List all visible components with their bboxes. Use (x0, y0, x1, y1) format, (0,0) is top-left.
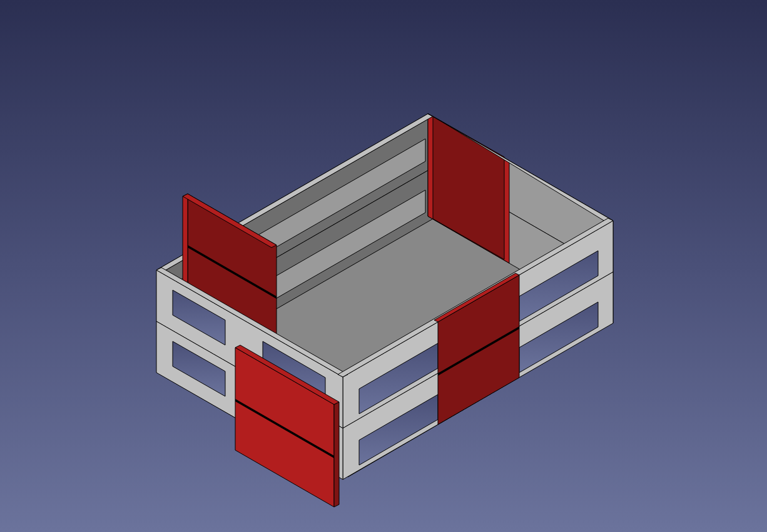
model-group (156, 114, 613, 507)
cad-viewport[interactable] (0, 0, 767, 532)
face-red-near-front-side (334, 402, 339, 507)
model-svg (0, 0, 767, 532)
